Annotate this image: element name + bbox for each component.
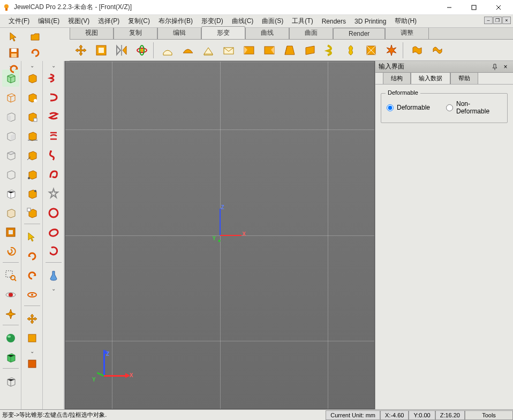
obox3-icon[interactable] (24, 108, 41, 125)
rotate3d-icon[interactable] (133, 42, 150, 59)
panel-tab-input[interactable]: 输入数据 (411, 72, 450, 84)
menu-tools[interactable]: 工具(T) (288, 15, 317, 27)
tab-deform[interactable]: 形变 (201, 26, 245, 39)
radio-deformable-input[interactable] (387, 104, 394, 111)
slab-icon[interactable] (301, 42, 319, 59)
redo-tool[interactable] (26, 45, 44, 61)
more-icon[interactable]: ⌄ (24, 348, 40, 354)
snake5-icon[interactable] (45, 147, 62, 164)
twist-icon[interactable] (322, 42, 339, 59)
panel-close-icon[interactable]: × (501, 63, 510, 71)
scale-icon[interactable] (93, 42, 110, 59)
cube-bottom-icon[interactable] (2, 166, 19, 183)
open-tool[interactable] (26, 29, 44, 45)
patch-icon[interactable] (363, 42, 380, 59)
orbit-icon[interactable] (2, 286, 19, 303)
obox4-icon[interactable] (24, 127, 41, 144)
menu-curve[interactable]: 曲线(C) (228, 15, 258, 27)
snake6-icon[interactable] (45, 166, 62, 183)
menu-file[interactable]: 文件(F) (4, 15, 34, 27)
expand-icon[interactable]: ⌄ (46, 62, 62, 68)
compass-icon[interactable] (2, 306, 19, 323)
opatch-icon[interactable] (24, 330, 41, 347)
mdi-minimize[interactable]: – (484, 17, 493, 24)
obox2-icon[interactable] (24, 89, 41, 106)
expand-icon[interactable]: ⌄ (24, 62, 40, 68)
cube-left-icon[interactable] (2, 108, 19, 125)
tab-surface[interactable]: 曲面 (289, 26, 333, 39)
dome-icon[interactable] (179, 42, 197, 59)
orot1-icon[interactable] (24, 248, 41, 265)
mdi-restore[interactable]: ❐ (493, 17, 502, 24)
cube-right-icon[interactable] (2, 127, 19, 144)
hook-icon[interactable] (45, 243, 62, 260)
obox1-icon[interactable] (24, 70, 41, 87)
save-tool[interactable] (5, 45, 23, 61)
wave1-icon[interactable] (409, 42, 426, 59)
close-button[interactable] (486, 0, 511, 15)
omove-icon[interactable] (24, 310, 41, 327)
prism-icon[interactable] (281, 42, 298, 59)
status-tools-button[interactable]: Tools (465, 410, 513, 420)
tab-editgrp[interactable]: 编辑 (157, 26, 201, 39)
cube-iso1-icon[interactable] (2, 185, 19, 202)
pin-icon[interactable] (491, 63, 499, 71)
viewport[interactable]: ● Z X Y ▲ ▶ Z X Y (65, 61, 375, 409)
swirl-icon[interactable] (2, 243, 19, 260)
cube-back-icon[interactable] (2, 89, 19, 106)
cube-top-icon[interactable] (2, 147, 19, 164)
snake4-icon[interactable] (45, 127, 62, 144)
menu-3dprinting[interactable]: 3D Printing (350, 16, 390, 27)
greencube-icon[interactable] (2, 349, 19, 366)
circle-icon[interactable] (45, 204, 62, 222)
oval-icon[interactable] (45, 224, 62, 241)
flask-icon[interactable] (45, 267, 62, 284)
panel-tab-structure[interactable]: 结构 (383, 72, 411, 84)
frame-icon[interactable] (2, 224, 19, 241)
wirecube-icon[interactable] (2, 373, 19, 390)
menu-edit[interactable]: 编辑(E) (34, 15, 64, 27)
mdi-close[interactable]: × (502, 17, 511, 24)
menu-deform[interactable]: 形变(D) (197, 15, 228, 27)
radio-nondeformable[interactable]: Non-Deformable (446, 100, 502, 115)
extrude-icon[interactable] (159, 42, 176, 59)
burst-icon[interactable] (383, 42, 400, 59)
snake2-icon[interactable] (45, 89, 62, 106)
menu-copy[interactable]: 复制(C) (124, 15, 154, 27)
obox5-icon[interactable] (24, 147, 41, 164)
menu-boolean[interactable]: 布尔操作(B) (154, 15, 197, 27)
snake1-icon[interactable] (45, 70, 62, 87)
more-icon[interactable]: ⌄ (46, 285, 62, 292)
maximize-button[interactable] (462, 0, 486, 15)
bevel2-icon[interactable] (261, 42, 278, 59)
menu-view[interactable]: 视图(V) (64, 15, 94, 27)
undo-tool[interactable] (5, 61, 23, 77)
snake3-icon[interactable] (45, 108, 62, 125)
tab-curve[interactable]: 曲线 (245, 26, 289, 39)
menu-select[interactable]: 选择(P) (94, 15, 124, 27)
sphere-icon[interactable] (2, 330, 19, 347)
radio-deformable[interactable]: Deformable (387, 104, 430, 111)
menu-surface[interactable]: 曲面(S) (258, 15, 288, 27)
move-icon[interactable] (72, 42, 89, 59)
wedge-icon[interactable] (200, 42, 217, 59)
envelope-icon[interactable] (220, 42, 237, 59)
orot2-icon[interactable] (24, 267, 41, 284)
tab-adjust[interactable]: 调整 (385, 26, 429, 39)
wave2-icon[interactable] (429, 42, 446, 59)
orot3-icon[interactable] (24, 286, 41, 303)
menu-help[interactable]: 帮助(H) (390, 15, 421, 27)
obox6-icon[interactable] (24, 166, 41, 183)
peanut-icon[interactable] (342, 42, 359, 59)
radio-nondeformable-input[interactable] (446, 104, 453, 111)
tab-view[interactable]: 视图 (70, 26, 114, 39)
minimize-button[interactable] (437, 0, 462, 15)
oring-icon[interactable] (24, 355, 41, 372)
tab-render[interactable]: Render (333, 28, 385, 39)
zoom-region-icon[interactable] (2, 267, 19, 284)
bevel1-icon[interactable] (240, 42, 258, 59)
star-icon[interactable] (45, 185, 62, 202)
select-arrow-icon[interactable] (24, 228, 41, 246)
menu-renders[interactable]: Renders (318, 16, 350, 27)
tab-copy[interactable]: 复制 (114, 26, 157, 39)
